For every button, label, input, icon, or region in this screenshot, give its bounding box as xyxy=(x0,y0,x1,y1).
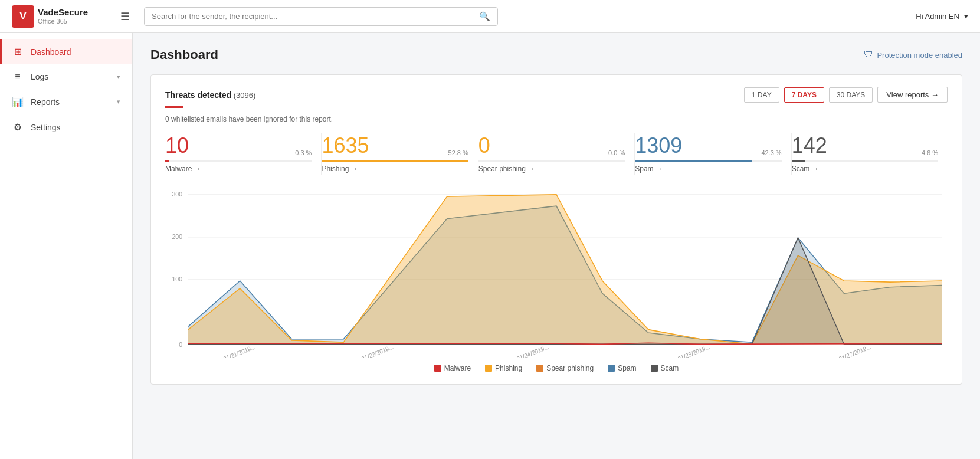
stat-scam: 142 4.6 % Scam → xyxy=(792,133,948,175)
user-chevron-icon[interactable]: ▾ xyxy=(964,12,968,21)
page-title: Dashboard xyxy=(150,47,218,63)
settings-icon: ⚙ xyxy=(12,122,24,133)
stat-phishing: 1635 52.8 % Phishing → xyxy=(322,133,478,175)
stat-phishing-pct: 52.8 % xyxy=(448,149,468,156)
legend-spear-dot xyxy=(536,365,543,372)
stat-spam-label[interactable]: Spam → xyxy=(635,165,781,173)
legend-spear: Spear phishing xyxy=(536,364,594,372)
shield-icon: 🛡 xyxy=(864,50,873,60)
brand-sub: Office 365 xyxy=(38,18,88,25)
protection-label: Protection mode enabled xyxy=(877,51,962,60)
stat-malware-pct: 0.3 % xyxy=(295,149,312,156)
protection-badge: 🛡 Protection mode enabled xyxy=(864,50,962,60)
stat-malware: 10 0.3 % Malware → xyxy=(165,133,322,175)
time-btn-7days[interactable]: 7 DAYS xyxy=(784,87,824,103)
legend-malware-dot xyxy=(434,365,441,372)
stat-spam-value: 1309 xyxy=(635,135,682,156)
svg-text:01/25/2019...: 01/25/2019... xyxy=(677,343,710,358)
stats-row: 10 0.3 % Malware → 1635 52.8 % Phish xyxy=(165,133,948,175)
dashboard-icon: ⊞ xyxy=(12,46,24,57)
logs-chevron-icon: ▾ xyxy=(117,73,120,81)
legend-malware: Malware xyxy=(434,364,471,372)
legend-phishing-dot xyxy=(485,365,492,372)
legend-spear-label: Spear phishing xyxy=(546,364,594,372)
sidebar: ⊞ Dashboard ≡ Logs ▾ 📊 Reports ▾ ⚙ Setti… xyxy=(0,33,133,459)
stat-scam-value: 142 xyxy=(792,135,827,156)
time-btn-1day[interactable]: 1 DAY xyxy=(744,87,779,103)
sidebar-item-reports[interactable]: 📊 Reports ▾ xyxy=(0,89,132,114)
legend-phishing: Phishing xyxy=(485,364,522,372)
page-header: Dashboard 🛡 Protection mode enabled xyxy=(150,47,962,63)
logo: V VadeSecure Office 365 xyxy=(12,5,106,28)
stat-scam-label[interactable]: Scam → xyxy=(792,165,938,173)
sidebar-item-label: Settings xyxy=(31,123,61,132)
threats-title-group: Threats detected (3096) xyxy=(165,90,255,100)
search-icon: 🔍 xyxy=(479,11,490,22)
topbar: V VadeSecure Office 365 ☰ 🔍 Hi Admin EN … xyxy=(0,0,980,33)
search-input[interactable] xyxy=(152,12,479,21)
legend-scam-dot xyxy=(651,365,658,372)
threats-underline xyxy=(165,106,183,108)
chart-legend: Malware Phishing Spear phishing Spam xyxy=(165,364,948,372)
sidebar-item-label: Logs xyxy=(31,72,48,81)
svg-text:300: 300 xyxy=(172,191,182,198)
svg-text:0: 0 xyxy=(179,340,182,348)
threats-header: Threats detected (3096) 1 DAY 7 DAYS 30 … xyxy=(165,87,948,103)
stat-phishing-label[interactable]: Phishing → xyxy=(322,165,468,173)
threats-card: Threats detected (3096) 1 DAY 7 DAYS 30 … xyxy=(150,74,962,385)
stat-malware-label[interactable]: Malware → xyxy=(165,165,312,173)
stat-malware-value: 10 xyxy=(165,135,189,156)
legend-scam-label: Scam xyxy=(661,364,679,372)
sidebar-item-label: Dashboard xyxy=(31,47,71,57)
stat-malware-bar xyxy=(165,160,169,162)
search-bar: 🔍 xyxy=(144,7,498,26)
chart-svg: 300 200 100 0 xyxy=(165,187,948,358)
legend-malware-label: Malware xyxy=(444,364,471,372)
sidebar-item-logs[interactable]: ≡ Logs ▾ xyxy=(0,64,132,89)
stat-spam: 1309 42.3 % Spam → xyxy=(635,133,791,175)
legend-spam-dot xyxy=(608,365,615,372)
legend-scam: Scam xyxy=(651,364,679,372)
view-reports-button[interactable]: View reports → xyxy=(877,87,948,103)
time-controls: 1 DAY 7 DAYS 30 DAYS View reports → xyxy=(744,87,948,103)
stat-spear-value: 0 xyxy=(478,135,490,156)
stat-spear: 0 0.0 % Spear phishing → xyxy=(478,133,635,175)
logo-icon: V xyxy=(12,5,34,28)
reports-chevron-icon: ▾ xyxy=(117,98,120,106)
svg-text:01/24/2019...: 01/24/2019... xyxy=(516,343,549,358)
legend-spam-label: Spam xyxy=(618,364,636,372)
logs-icon: ≡ xyxy=(12,71,24,82)
whitelist-note: 0 whitelisted emails have been ignored f… xyxy=(165,115,948,123)
svg-text:200: 200 xyxy=(172,233,182,241)
svg-text:100: 100 xyxy=(172,276,182,283)
brand-name: VadeSecure xyxy=(38,8,88,18)
sidebar-item-settings[interactable]: ⚙ Settings xyxy=(0,114,132,140)
legend-spam: Spam xyxy=(608,364,636,372)
threats-title: Threats detected xyxy=(165,90,231,100)
reports-icon: 📊 xyxy=(12,96,24,107)
legend-phishing-label: Phishing xyxy=(495,364,522,372)
stat-spear-pct: 0.0 % xyxy=(608,149,625,156)
user-greeting: Hi Admin EN xyxy=(916,12,959,21)
stat-scam-bar xyxy=(792,160,805,162)
stat-spam-bar xyxy=(635,160,752,162)
stat-spear-label[interactable]: Spear phishing → xyxy=(478,165,625,173)
sidebar-item-label: Reports xyxy=(31,97,60,107)
stat-phishing-bar xyxy=(322,160,468,162)
stat-phishing-value: 1635 xyxy=(322,135,369,156)
menu-icon[interactable]: ☰ xyxy=(116,8,135,25)
svg-text:01/21/2019...: 01/21/2019... xyxy=(222,343,256,358)
sidebar-item-dashboard[interactable]: ⊞ Dashboard xyxy=(0,39,132,64)
topbar-user: Hi Admin EN ▾ xyxy=(916,12,968,21)
threats-count: (3096) xyxy=(234,91,256,100)
time-btn-30days[interactable]: 30 DAYS xyxy=(829,87,873,103)
stat-scam-pct: 4.6 % xyxy=(922,149,938,156)
stat-spam-pct: 42.3 % xyxy=(761,149,781,156)
svg-text:01/27/2019...: 01/27/2019... xyxy=(838,343,871,358)
chart-container: 300 200 100 0 xyxy=(165,187,948,358)
svg-text:01/22/2019...: 01/22/2019... xyxy=(360,343,394,358)
main-content: Dashboard 🛡 Protection mode enabled Thre… xyxy=(133,33,980,459)
